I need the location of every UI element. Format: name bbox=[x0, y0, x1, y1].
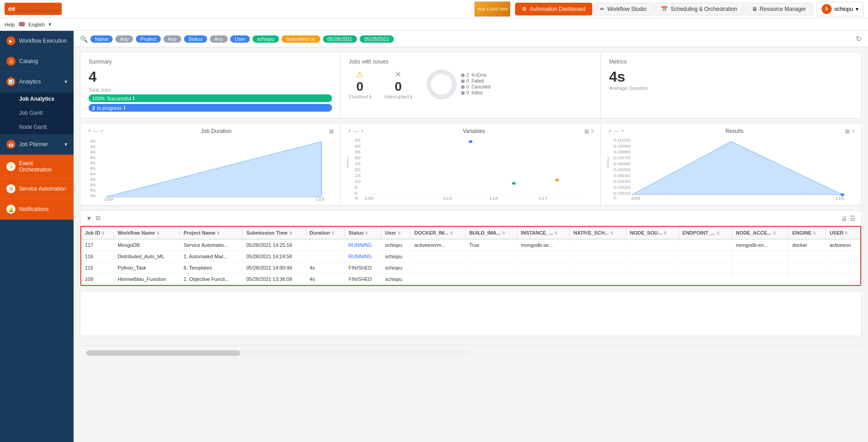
print-icon[interactable]: 🖨 bbox=[841, 215, 847, 222]
menu-icon[interactable]: ☰ bbox=[850, 215, 856, 222]
col-node-sou[interactable]: NODE_SOU... bbox=[626, 227, 679, 239]
charts-row: ↗ — + Job Duration ▦ 4s 4s 4s 4s 4s 4s bbox=[80, 123, 862, 206]
cell-engine bbox=[789, 274, 826, 285]
plus-icon[interactable]: + bbox=[100, 128, 104, 134]
copy-icon[interactable]: ⧉ bbox=[96, 214, 100, 222]
col-submission-time[interactable]: Submission Time bbox=[243, 227, 306, 239]
filter-chip-user[interactable]: User bbox=[230, 35, 250, 43]
table-icon-res[interactable]: ≡ bbox=[852, 128, 855, 134]
jobs-with-issues-title: Jobs with issues bbox=[349, 59, 592, 65]
nav-tab-scheduling[interactable]: 📅 Scheduling & Orchestration bbox=[654, 3, 744, 15]
cell-node-acce bbox=[732, 274, 789, 285]
filter-chip-project[interactable]: Project bbox=[136, 35, 160, 43]
jobs-table: Job ID Workflow Name Project Name Submis… bbox=[81, 227, 860, 285]
cell-user-col bbox=[826, 251, 860, 262]
cell-instance bbox=[517, 262, 570, 274]
sidebar-item-workflow-execution[interactable]: ▶ Workflow Execution bbox=[0, 31, 74, 51]
filter-chip-submitted-on[interactable]: Submitted on bbox=[282, 35, 320, 43]
filter-icon[interactable]: ▼ bbox=[86, 215, 92, 222]
summary-title: Summary bbox=[89, 59, 332, 65]
cell-project-name: 1. Automated Mac... bbox=[180, 251, 243, 262]
col-workflow-name[interactable]: Workflow Name bbox=[114, 227, 179, 239]
help-link[interactable]: Help bbox=[5, 22, 15, 27]
donut-area: 2 In-Error 0 Failed 0 Canceled 0 bbox=[426, 69, 491, 100]
minus-icon-res[interactable]: — bbox=[614, 128, 619, 134]
col-endpoint[interactable]: ENDPOINT_... bbox=[679, 227, 732, 239]
cell-project-name: 6. Templates bbox=[180, 262, 243, 274]
cell-duration bbox=[306, 239, 345, 251]
table-row[interactable]: 109 Himmelblau_Function 2. Objective Fun… bbox=[81, 274, 860, 285]
svg-text:Values: Values bbox=[607, 157, 610, 169]
svg-marker-49 bbox=[632, 142, 843, 195]
col-build-ima[interactable]: BUILD_IMA... bbox=[466, 227, 517, 239]
sidebar-item-job-analytics[interactable]: Job Analytics bbox=[0, 92, 74, 106]
search-icon[interactable]: 🔍 bbox=[80, 35, 88, 43]
table-row[interactable]: 116 Distributed_Auto_ML 1. Automated Mac… bbox=[81, 251, 860, 262]
expand-icon[interactable]: ↗ bbox=[87, 128, 91, 134]
finished-num: 0 bbox=[349, 79, 371, 94]
svg-text:117: 117 bbox=[539, 196, 548, 201]
expand-icon-var[interactable]: ↗ bbox=[347, 128, 352, 134]
col-instance[interactable]: INSTANCE_... bbox=[517, 227, 570, 239]
col-user-col[interactable]: USER bbox=[826, 227, 860, 239]
svg-text:4s: 4s bbox=[90, 155, 96, 160]
cell-instance bbox=[517, 274, 570, 285]
filter-chip-date-to[interactable]: 05/28/2021 bbox=[360, 35, 394, 43]
col-status[interactable]: Status bbox=[345, 227, 381, 239]
sidebar-item-job-gantt[interactable]: Job Gantt bbox=[0, 106, 74, 120]
col-engine[interactable]: ENGINE bbox=[789, 227, 826, 239]
filter-chip-status[interactable]: Status bbox=[184, 35, 207, 43]
filter-chip-name-any[interactable]: Any bbox=[115, 35, 133, 43]
sidebar-item-analytics[interactable]: 📊 Analytics ▾ bbox=[0, 72, 74, 92]
filter-chip-user-value[interactable]: schiopu bbox=[253, 35, 279, 43]
cell-engine: docker bbox=[789, 239, 826, 251]
finished-label: Finished ℹ bbox=[349, 94, 371, 100]
nav-tab-workflow-studio[interactable]: ✏ Workflow Studio bbox=[593, 3, 653, 15]
filter-chip-name[interactable]: Name bbox=[90, 35, 113, 43]
cell-docker-im bbox=[411, 274, 466, 285]
cell-instance bbox=[517, 251, 570, 262]
cell-user-col bbox=[826, 274, 860, 285]
table-icon-var[interactable]: ≡ bbox=[591, 128, 594, 134]
filter-chip-status-any[interactable]: Any bbox=[210, 35, 228, 43]
col-job-id[interactable]: Job ID bbox=[81, 227, 114, 239]
sidebar-item-event-orchestration[interactable]: ⚡ Event Orchestration bbox=[0, 155, 74, 179]
col-duration[interactable]: Duration bbox=[306, 227, 345, 239]
scrollbar-thumb[interactable] bbox=[86, 350, 240, 356]
legend-in-error: 2 In-Error bbox=[461, 73, 491, 78]
table-row[interactable]: 117 MongoDB Service Automatio... 05/28/2… bbox=[81, 239, 860, 251]
filter-chip-project-any[interactable]: Any bbox=[164, 35, 181, 43]
user-button[interactable]: S schiopu ▾ bbox=[817, 2, 863, 16]
language-selector[interactable]: English bbox=[29, 22, 45, 27]
sidebar-orange-section: ⚡ Event Orchestration ⚙ Service Automati… bbox=[0, 155, 74, 220]
plus-icon-var[interactable]: + bbox=[361, 128, 364, 134]
col-native-sch[interactable]: NATIVE_SCH... bbox=[570, 227, 626, 239]
bar-chart-icon-var[interactable]: ▦ bbox=[584, 128, 589, 134]
sidebar-item-notifications[interactable]: 🔔 Notifications bbox=[0, 199, 74, 220]
sidebar-item-node-gantt[interactable]: Node Gantt bbox=[0, 120, 74, 134]
sidebar-item-job-planner[interactable]: 📅 Job Planner ▾ bbox=[0, 134, 74, 155]
nav-tab-resource-manager[interactable]: 🖥 Resource Manager bbox=[745, 3, 813, 15]
bar-chart-icon-res[interactable]: ▦ bbox=[845, 128, 850, 134]
col-project-name[interactable]: Project Name bbox=[180, 227, 243, 239]
filter-chip-date-from[interactable]: 05/28/2021 bbox=[323, 35, 357, 43]
minus-icon-var[interactable]: — bbox=[353, 128, 359, 134]
nav-tab-automation-dashboard[interactable]: ⚙ Automation Dashboard bbox=[515, 3, 592, 15]
plus-icon-res[interactable]: + bbox=[621, 128, 624, 134]
table-row[interactable]: 115 Python_Task 6. Templates 05/28/2021 … bbox=[81, 262, 860, 274]
expand-icon-res[interactable]: ↗ bbox=[607, 128, 612, 134]
col-node-acce[interactable]: NODE_ACCE... bbox=[732, 227, 789, 239]
col-docker-im[interactable]: DOCKER_IM... bbox=[411, 227, 466, 239]
minus-icon[interactable]: — bbox=[93, 128, 99, 134]
your-logo-placeholder: Your LOGO here bbox=[474, 1, 511, 17]
refresh-icon[interactable]: ↻ bbox=[856, 34, 862, 43]
svg-text:25: 25 bbox=[354, 162, 361, 166]
chart-type-icons-duration: ▦ bbox=[329, 128, 334, 134]
col-user[interactable]: User bbox=[381, 227, 411, 239]
cell-status: FINISHED bbox=[345, 262, 381, 274]
horizontal-scrollbar[interactable] bbox=[86, 350, 471, 356]
bar-chart-icon[interactable]: ▦ bbox=[329, 128, 334, 134]
legend-canceled: 0 Canceled bbox=[461, 84, 491, 89]
sidebar-item-catalog[interactable]: ☰ Catalog bbox=[0, 51, 74, 72]
sidebar-item-service-automation[interactable]: ⚙ Service Automation bbox=[0, 179, 74, 199]
